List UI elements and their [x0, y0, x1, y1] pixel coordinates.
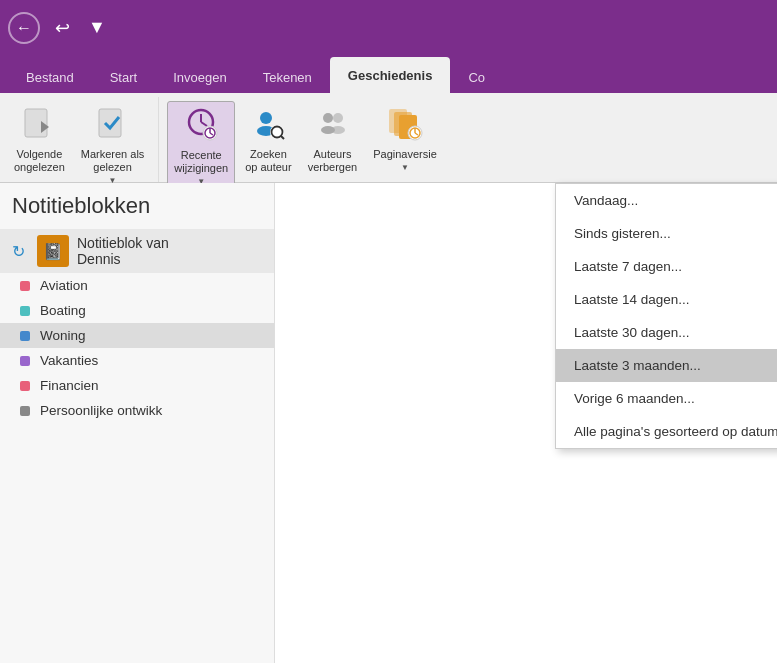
tab-bestand[interactable]: Bestand [8, 61, 92, 93]
notebook-icon: 📓 [37, 235, 69, 267]
notebook-item[interactable]: ↻ 📓 Notitieblok van Dennis [0, 229, 274, 273]
svg-point-18 [331, 126, 345, 134]
ribbon-group-ongelezen: Volgende ongelezen Markeren als gelezen … [0, 97, 159, 182]
svg-line-14 [281, 136, 284, 139]
main-content: Vandaag... Sinds gisteren... Laatste 7 d… [275, 183, 777, 663]
svg-rect-2 [99, 109, 121, 137]
ribbon-tabs: Bestand Start Invoegen Tekenen Geschiede… [0, 55, 777, 93]
dropdown-6maanden[interactable]: Vorige 6 maanden... [556, 382, 777, 415]
sidebar-title: Notitieblokken [0, 193, 274, 229]
tab-start[interactable]: Start [92, 61, 155, 93]
recente-wijzigingen-button[interactable]: Recente wijzigingen ▼ [167, 101, 235, 191]
financien-dot [20, 381, 30, 391]
section-financien[interactable]: Financien [0, 373, 274, 398]
sync-icon: ↻ [12, 242, 25, 261]
back-button[interactable]: ← [8, 12, 40, 44]
svg-rect-0 [25, 109, 47, 137]
ribbon-group-history: Recente wijzigingen ▼ Zoeken [159, 97, 450, 182]
persoonlijke-dot [20, 406, 30, 416]
vakanties-dot [20, 356, 30, 366]
aviation-dot [20, 281, 30, 291]
svg-point-10 [260, 112, 272, 124]
section-boating[interactable]: Boating [0, 298, 274, 323]
notebook-name-line1: Notitieblok van [77, 235, 169, 251]
svg-point-15 [323, 113, 333, 123]
svg-point-17 [333, 113, 343, 123]
title-bar: ← ↩ ▼ [0, 0, 777, 55]
dropdown-3maanden[interactable]: Laatste 3 maanden... [556, 349, 777, 382]
volgende-ongelezen-button[interactable]: Volgende ongelezen [8, 101, 71, 178]
svg-line-5 [201, 122, 207, 126]
dropdown-30dagen[interactable]: Laatste 30 dagen... [556, 316, 777, 349]
markeren-als-gelezen-button[interactable]: Markeren als gelezen ▼ [75, 101, 151, 189]
tab-geschiedenis[interactable]: Geschiedenis [330, 57, 451, 93]
section-persoonlijke[interactable]: Persoonlijke ontwikk [0, 398, 274, 423]
content-area: Notitieblokken ↻ 📓 Notitieblok van Denni… [0, 183, 777, 663]
dropdown-alle-paginas[interactable]: Alle pagina's gesorteerd op datum... [556, 415, 777, 448]
undo-button[interactable]: ↩ [46, 12, 78, 44]
dropdown-14dagen[interactable]: Laatste 14 dagen... [556, 283, 777, 316]
sidebar: Notitieblokken ↻ 📓 Notitieblok van Denni… [0, 183, 275, 663]
section-woning[interactable]: Woning [0, 323, 274, 348]
woning-dot [20, 331, 30, 341]
quick-access-dropdown[interactable]: ▼ [84, 13, 110, 42]
section-aviation[interactable]: Aviation [0, 273, 274, 298]
dropdown-gisteren[interactable]: Sinds gisteren... [556, 217, 777, 250]
boating-dot [20, 306, 30, 316]
zoeken-op-auteur-button[interactable]: Zoeken op auteur [239, 101, 297, 178]
dropdown-7dagen[interactable]: Laatste 7 dagen... [556, 250, 777, 283]
tab-invoegen[interactable]: Invoegen [155, 61, 245, 93]
auteurs-verbergen-button[interactable]: Auteurs verbergen [302, 101, 364, 178]
tab-co[interactable]: Co [450, 61, 503, 93]
paginaversie-button[interactable]: Paginaversie ▼ [367, 101, 443, 176]
section-vakanties[interactable]: Vakanties [0, 348, 274, 373]
tab-tekenen[interactable]: Tekenen [245, 61, 330, 93]
dropdown-vandaag[interactable]: Vandaag... [556, 184, 777, 217]
notebook-name-line2: Dennis [77, 251, 169, 267]
dropdown-menu: Vandaag... Sinds gisteren... Laatste 7 d… [555, 183, 777, 449]
ribbon-body: Volgende ongelezen Markeren als gelezen … [0, 93, 777, 183]
